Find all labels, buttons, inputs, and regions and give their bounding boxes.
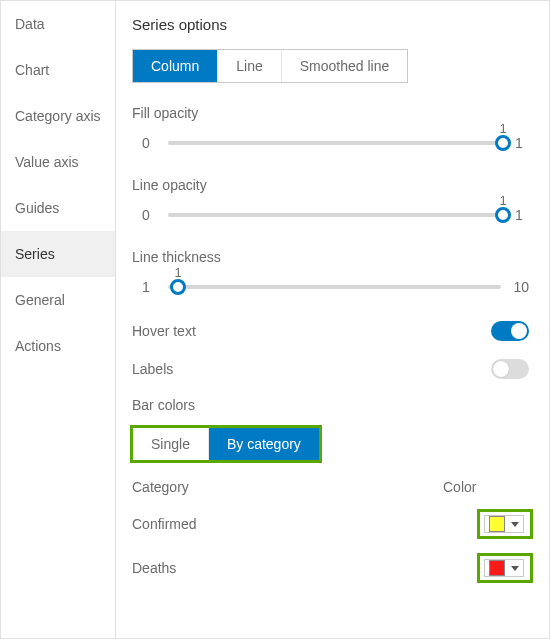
line-opacity-slider[interactable]: 0 1 1 [142, 207, 529, 223]
labels-label: Labels [132, 361, 173, 377]
sidebar-item-guides[interactable]: Guides [1, 185, 115, 231]
category-color-table: Category Color Confirmed Deaths [132, 479, 533, 583]
slider-max: 1 [515, 135, 529, 151]
color-swatch [489, 560, 505, 576]
slider-max: 1 [515, 207, 529, 223]
sidebar-item-data[interactable]: Data [1, 1, 115, 47]
color-picker-deaths[interactable] [477, 553, 533, 583]
config-panel: Data Chart Category axis Value axis Guid… [0, 0, 550, 639]
sidebar-item-label: Chart [15, 62, 49, 78]
table-header: Category Color [132, 479, 533, 495]
switch-knob [493, 361, 509, 377]
slider-track[interactable]: 1 [168, 141, 503, 145]
line-thickness-slider[interactable]: 1 1 10 [142, 279, 529, 295]
slider-thumb[interactable] [495, 135, 511, 151]
sidebar-item-label: General [15, 292, 65, 308]
category-cell: Confirmed [132, 516, 477, 532]
sidebar-item-label: Data [15, 16, 45, 32]
slider-track[interactable]: 1 [168, 213, 503, 217]
main-panel: Series options Column Line Smoothed line… [116, 1, 549, 638]
line-opacity-label: Line opacity [132, 177, 533, 193]
line-thickness-label: Line thickness [132, 249, 533, 265]
slider-value-tooltip: 1 [499, 193, 506, 208]
sidebar-item-label: Series [15, 246, 55, 262]
bar-colors-option-single[interactable]: Single [133, 428, 208, 460]
bar-colors-label: Bar colors [132, 397, 533, 413]
chevron-down-icon [511, 566, 519, 571]
slider-value-tooltip: 1 [174, 265, 181, 280]
sidebar-item-series[interactable]: Series [1, 231, 115, 277]
slider-min: 0 [142, 207, 156, 223]
sidebar-item-category-axis[interactable]: Category axis [1, 93, 115, 139]
slider-min: 1 [142, 279, 156, 295]
switch-knob [511, 323, 527, 339]
labels-row: Labels [132, 359, 529, 379]
color-swatch [489, 516, 505, 532]
slider-thumb[interactable] [495, 207, 511, 223]
bar-colors-segmented-control: Single By category [132, 427, 320, 461]
chevron-down-icon [511, 522, 519, 527]
bar-colors-option-by-category[interactable]: By category [208, 428, 319, 460]
type-option-smoothed-line[interactable]: Smoothed line [281, 50, 408, 82]
panel-title: Series options [116, 1, 549, 47]
table-row: Confirmed [132, 509, 533, 539]
color-picker-confirmed[interactable] [477, 509, 533, 539]
sidebar: Data Chart Category axis Value axis Guid… [1, 1, 116, 638]
sidebar-item-value-axis[interactable]: Value axis [1, 139, 115, 185]
slider-value-tooltip: 1 [499, 121, 506, 136]
sidebar-item-label: Guides [15, 200, 59, 216]
labels-toggle[interactable] [491, 359, 529, 379]
panel-scroll: Column Line Smoothed line Fill opacity 0… [116, 47, 549, 638]
hover-text-toggle[interactable] [491, 321, 529, 341]
table-row: Deaths [132, 553, 533, 583]
sidebar-item-chart[interactable]: Chart [1, 47, 115, 93]
slider-min: 0 [142, 135, 156, 151]
slider-max: 10 [513, 279, 529, 295]
header-color: Color [443, 479, 533, 495]
category-cell: Deaths [132, 560, 477, 576]
sidebar-item-label: Value axis [15, 154, 79, 170]
slider-thumb[interactable] [170, 279, 186, 295]
type-segmented-control: Column Line Smoothed line [132, 49, 408, 83]
fill-opacity-label: Fill opacity [132, 105, 533, 121]
sidebar-item-label: Actions [15, 338, 61, 354]
slider-track[interactable]: 1 [168, 285, 501, 289]
hover-text-label: Hover text [132, 323, 196, 339]
header-category: Category [132, 479, 443, 495]
sidebar-item-general[interactable]: General [1, 277, 115, 323]
hover-text-row: Hover text [132, 321, 529, 341]
type-option-line[interactable]: Line [217, 50, 280, 82]
sidebar-item-label: Category axis [15, 108, 101, 124]
type-option-column[interactable]: Column [133, 50, 217, 82]
fill-opacity-slider[interactable]: 0 1 1 [142, 135, 529, 151]
sidebar-item-actions[interactable]: Actions [1, 323, 115, 369]
